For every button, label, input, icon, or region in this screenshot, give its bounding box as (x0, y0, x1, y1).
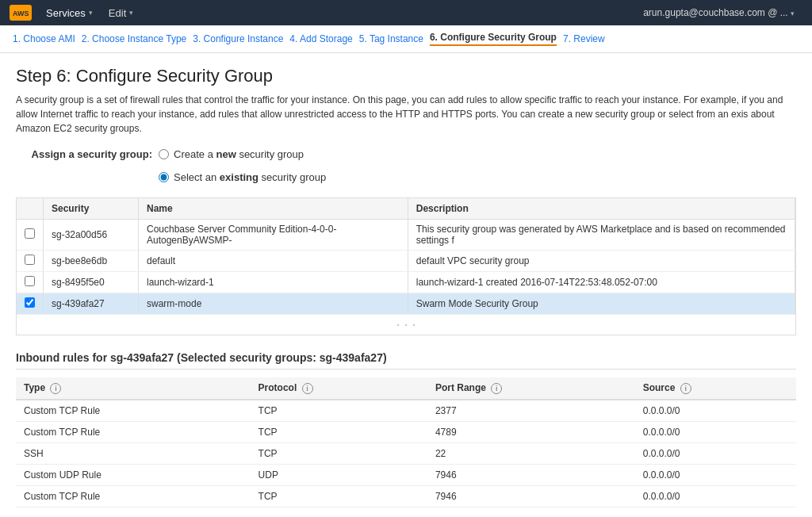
top-nav: AWS Services ▾ Edit ▾ arun.gupta@couchba… (0, 0, 812, 25)
inbound-section: Inbound rules for sg-439afa27 (Selected … (16, 345, 796, 513)
rules-row-source: 0.0.0.0/0 (635, 507, 796, 513)
rules-table-row: Custom UDP RuleUDP79460.0.0.0/0 (16, 464, 796, 485)
edit-chevron-icon: ▾ (129, 9, 133, 17)
rules-row-port_range: 4789 (427, 507, 635, 513)
services-nav-item[interactable]: Services ▾ (38, 0, 101, 25)
rules-row-type: Custom UDP Rule (16, 464, 251, 485)
rules-row-type: Custom TCP Rule (16, 485, 251, 507)
sg-checkbox-3[interactable] (25, 297, 35, 308)
radio-create-row: Create a new security group (159, 148, 326, 160)
assign-label: Assign a security group: (16, 148, 159, 160)
sg-row-name: Couchbase Server Community Edition-4-0-0… (139, 220, 408, 251)
sg-row-name: launch-wizard-1 (139, 272, 408, 293)
rules-row-source: 0.0.0.0/0 (635, 464, 796, 485)
rules-table-row: Custom TCP RuleTCP79460.0.0.0/0 (16, 485, 796, 507)
radio-select-existing[interactable] (159, 172, 169, 182)
rules-row-port_range: 22 (427, 442, 635, 464)
rules-row-port_range: 7946 (427, 464, 635, 485)
main-content: Step 6: Configure Security Group A secur… (0, 53, 812, 513)
rules-col-protocol: Protocol i (251, 377, 427, 400)
sg-col-security: Security (44, 198, 139, 220)
rules-row-protocol: TCP (251, 400, 427, 422)
edit-label: Edit (109, 7, 126, 19)
rules-row-source: 0.0.0.0/0 (635, 421, 796, 442)
sg-row-security: sg-bee8e6db (44, 251, 139, 272)
radio-create-label[interactable]: Create a new security group (174, 148, 304, 160)
aws-logo[interactable]: AWS (10, 5, 32, 21)
rules-table-row: Custom UDP RuleUDP47890.0.0.0/0 (16, 507, 796, 513)
info-icon[interactable]: i (302, 383, 313, 394)
sg-row-description: This security group was generated by AWS… (408, 220, 795, 251)
sg-checkbox-1[interactable] (25, 255, 35, 265)
sg-row-checkbox-cell (17, 293, 44, 315)
rules-row-source: 0.0.0.0/0 (635, 485, 796, 507)
radio-select-label[interactable]: Select an existing security group (174, 171, 326, 183)
edit-nav-item[interactable]: Edit ▾ (101, 0, 141, 25)
inbound-title: Inbound rules for sg-439afa27 (Selected … (16, 345, 796, 370)
sg-table-row[interactable]: sg-439afa27swarm-modeSwarm Mode Security… (17, 293, 795, 315)
rules-row-source: 0.0.0.0/0 (635, 442, 796, 464)
scroll-hint: · · · (17, 315, 795, 335)
radio-create-new[interactable] (159, 149, 169, 159)
rules-row-protocol: TCP (251, 442, 427, 464)
page-title: Step 6: Configure Security Group (16, 66, 796, 86)
rules-row-protocol: TCP (251, 421, 427, 442)
rules-row-type: Custom TCP Rule (16, 400, 251, 422)
rules-row-type: Custom UDP Rule (16, 507, 251, 513)
user-chevron-icon: ▾ (791, 10, 795, 17)
sg-row-description: Swarm Mode Security Group (408, 293, 795, 315)
rules-col-type: Type i (16, 377, 251, 400)
rules-table-row: Custom TCP RuleTCP23770.0.0.0/0 (16, 400, 796, 422)
rules-row-protocol: TCP (251, 485, 427, 507)
rules-row-type: SSH (16, 442, 251, 464)
sg-col-description: Description (408, 198, 795, 220)
breadcrumb-bar: 1. Choose AMI2. Choose Instance Type3. C… (0, 25, 812, 53)
rules-row-port_range: 2377 (427, 400, 635, 422)
user-label: arun.gupta@couchbase.com @ ... (643, 7, 787, 18)
breadcrumb-item-step4[interactable]: 4. Add Storage (289, 33, 352, 44)
sg-row-checkbox-cell (17, 251, 44, 272)
sg-row-name: swarm-mode (139, 293, 408, 315)
sg-col-name: Name (139, 198, 408, 220)
sg-col-checkbox (17, 198, 44, 220)
user-menu[interactable]: arun.gupta@couchbase.com @ ... ▾ (635, 7, 802, 18)
sg-row-security: sg-8495f5e0 (44, 272, 139, 293)
rules-row-port_range: 7946 (427, 485, 635, 507)
sg-table: Security Name Description sg-32a00d56Cou… (17, 198, 795, 315)
sg-row-name: default (139, 251, 408, 272)
rules-row-type: Custom TCP Rule (16, 421, 251, 442)
breadcrumb-item-step3[interactable]: 3. Configure Instance (193, 33, 283, 44)
sg-checkbox-2[interactable] (25, 276, 35, 286)
rules-row-protocol: UDP (251, 507, 427, 513)
sg-row-checkbox-cell (17, 272, 44, 293)
sg-row-description: default VPC security group (408, 251, 795, 272)
sg-row-security: sg-32a00d56 (44, 220, 139, 251)
info-icon[interactable]: i (50, 383, 61, 394)
sg-checkbox-0[interactable] (25, 228, 35, 239)
radio-select-row: Select an existing security group (159, 171, 326, 183)
rules-row-protocol: UDP (251, 464, 427, 485)
rules-table-row: SSHTCP220.0.0.0/0 (16, 442, 796, 464)
sg-table-container: Security Name Description sg-32a00d56Cou… (16, 197, 796, 335)
breadcrumb-item-step2[interactable]: 2. Choose Instance Type (82, 33, 187, 44)
info-icon[interactable]: i (680, 383, 691, 394)
rules-table-row: Custom TCP RuleTCP47890.0.0.0/0 (16, 421, 796, 442)
aws-logo-box: AWS (10, 5, 32, 21)
sg-row-checkbox-cell (17, 220, 44, 251)
breadcrumb-item-step1[interactable]: 1. Choose AMI (13, 33, 75, 44)
sg-table-row[interactable]: sg-8495f5e0launch-wizard-1launch-wizard-… (17, 272, 795, 293)
breadcrumb-item-step5[interactable]: 5. Tag Instance (359, 33, 423, 44)
sg-row-security: sg-439afa27 (44, 293, 139, 315)
rules-col-port-range: Port Range i (427, 377, 635, 400)
page-description: A security group is a set of firewall ru… (16, 93, 796, 136)
sg-table-row[interactable]: sg-bee8e6dbdefaultdefault VPC security g… (17, 251, 795, 272)
services-chevron-icon: ▾ (89, 9, 93, 17)
sg-row-description: launch-wizard-1 created 2016-07-14T22:53… (408, 272, 795, 293)
breadcrumb-item-step6[interactable]: 6. Configure Security Group (430, 32, 557, 46)
info-icon[interactable]: i (491, 383, 502, 394)
sg-table-row[interactable]: sg-32a00d56Couchbase Server Community Ed… (17, 220, 795, 251)
breadcrumb-item-step7[interactable]: 7. Review (563, 33, 605, 44)
rules-col-source: Source i (635, 377, 796, 400)
rules-row-source: 0.0.0.0/0 (635, 400, 796, 422)
services-label: Services (46, 7, 86, 19)
